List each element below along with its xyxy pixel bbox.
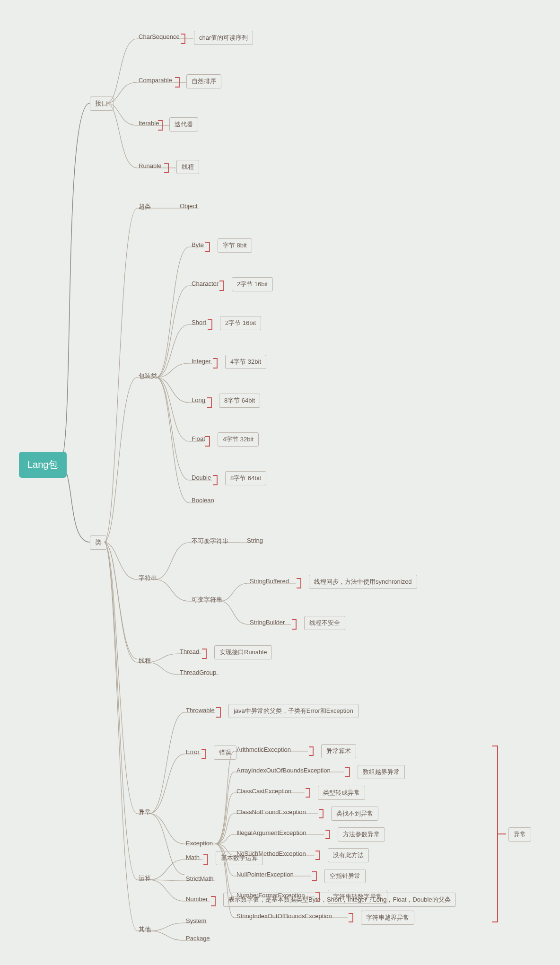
leaf-math-desc[interactable]: 基本数学运算: [216, 851, 263, 865]
leaf-float-desc[interactable]: 4字节 32bit: [218, 432, 259, 447]
node-others[interactable]: 其他: [139, 925, 151, 934]
leaf-character-desc[interactable]: 2字节 16bit: [232, 277, 273, 291]
leaf-double-desc[interactable]: 8字节 64bit: [225, 471, 266, 485]
node-byte[interactable]: Byte: [192, 241, 204, 248]
leaf-stringbuilder-desc[interactable]: 线程不安全: [304, 616, 345, 630]
leaf-iterable-desc[interactable]: 迭代器: [169, 117, 198, 132]
root-node[interactable]: Lang包: [19, 452, 67, 478]
group-interfaces[interactable]: 接口: [90, 96, 114, 111]
side-exception-label[interactable]: 异常: [508, 827, 531, 842]
node-strictmath[interactable]: StrictMath: [186, 875, 214, 882]
node-stringbuilder[interactable]: StringBuilder: [250, 619, 285, 626]
node-iterable[interactable]: Iterable: [139, 120, 159, 127]
leaf-exception-3[interactable]: 类找不到异常: [331, 807, 378, 821]
node-exception-6[interactable]: NullPointerException: [236, 871, 294, 878]
leaf-thread-desc[interactable]: 实现接口Runable: [214, 645, 272, 659]
node-long[interactable]: Long: [192, 396, 205, 404]
node-double[interactable]: Double: [192, 474, 211, 481]
node-exception-4[interactable]: IllegalArgumentException: [236, 829, 306, 836]
node-character[interactable]: Character: [192, 280, 219, 287]
node-charsequence[interactable]: CharSequence: [139, 33, 180, 40]
node-exception-1[interactable]: ArrayIndexOutOfBoundsException: [236, 767, 331, 774]
leaf-charsequence-desc[interactable]: char值的可读序列: [194, 31, 253, 45]
leaf-short-desc[interactable]: 2字节 16bit: [220, 316, 261, 330]
leaf-byte-desc[interactable]: 字节 8bit: [218, 238, 252, 253]
node-error[interactable]: Error: [186, 748, 200, 755]
node-threads[interactable]: 线程: [139, 657, 151, 665]
node-math[interactable]: Math: [186, 854, 200, 861]
node-integer[interactable]: Integer: [192, 358, 210, 365]
node-comparable[interactable]: Comparable: [139, 77, 172, 84]
leaf-exception-0[interactable]: 异常算术: [321, 744, 356, 758]
node-float[interactable]: Float: [192, 435, 205, 442]
leaf-number-desc[interactable]: 表示数字值，是基本数据类型Byte，Short，Integer，Long，Flo…: [223, 893, 456, 907]
node-short[interactable]: Short: [192, 319, 206, 326]
node-wrappers[interactable]: 包装类: [139, 372, 157, 380]
node-threadgroup[interactable]: ThreadGroup: [180, 669, 216, 676]
node-boolean[interactable]: Boolean: [192, 497, 214, 504]
leaf-integer-desc[interactable]: 4字节 32bit: [225, 355, 266, 369]
leaf-throwable-desc[interactable]: java中异常的父类，子类有Error和Exception: [228, 704, 359, 718]
leaf-exception-4[interactable]: 方法参数异常: [338, 827, 385, 842]
node-string[interactable]: String: [247, 537, 263, 544]
node-thread[interactable]: Thread: [180, 648, 199, 655]
group-classes[interactable]: 类: [90, 535, 107, 550]
node-math-group[interactable]: 运算: [139, 874, 151, 883]
node-exception-2[interactable]: ClassCastException: [236, 788, 291, 795]
node-exception[interactable]: Exception: [186, 840, 213, 847]
node-runable[interactable]: Runable: [139, 162, 161, 169]
node-package[interactable]: Package: [186, 935, 210, 942]
leaf-stringbuffered-desc[interactable]: 线程同步，方法中使用synchronized: [309, 575, 417, 589]
node-exception-0[interactable]: ArithmeticException: [236, 746, 291, 753]
leaf-long-desc[interactable]: 8字节 64bit: [219, 394, 260, 408]
node-super[interactable]: 超类: [139, 202, 151, 211]
node-number[interactable]: Number: [186, 895, 208, 903]
node-stringbuffered[interactable]: StringBuffered: [250, 578, 289, 585]
node-immutable[interactable]: 不可变字符串: [192, 537, 228, 545]
node-exception-3[interactable]: ClassNotFoundException: [236, 808, 306, 816]
leaf-exception-6[interactable]: 空指针异常: [324, 869, 366, 883]
leaf-error-desc[interactable]: 错误: [214, 746, 236, 760]
leaf-exception-1[interactable]: 数组越界异常: [358, 765, 405, 779]
leaf-exception-8[interactable]: 字符串越界异常: [361, 911, 414, 925]
leaf-exception-2[interactable]: 类型转成异常: [318, 786, 365, 800]
node-strings[interactable]: 字符串: [139, 574, 157, 582]
node-system[interactable]: System: [186, 917, 206, 924]
leaf-comparable-desc[interactable]: 自然排序: [186, 74, 221, 88]
node-exceptions[interactable]: 异常: [139, 808, 151, 816]
leaf-exception-5[interactable]: 没有此方法: [328, 848, 369, 862]
node-object[interactable]: Object: [180, 202, 198, 210]
node-exception-8[interactable]: StringIndexOutOfBoundsException: [236, 912, 332, 920]
node-throwable[interactable]: Throwable: [186, 707, 215, 714]
node-mutable[interactable]: 可变字符串: [192, 596, 222, 604]
leaf-runable-desc[interactable]: 线程: [176, 160, 199, 174]
